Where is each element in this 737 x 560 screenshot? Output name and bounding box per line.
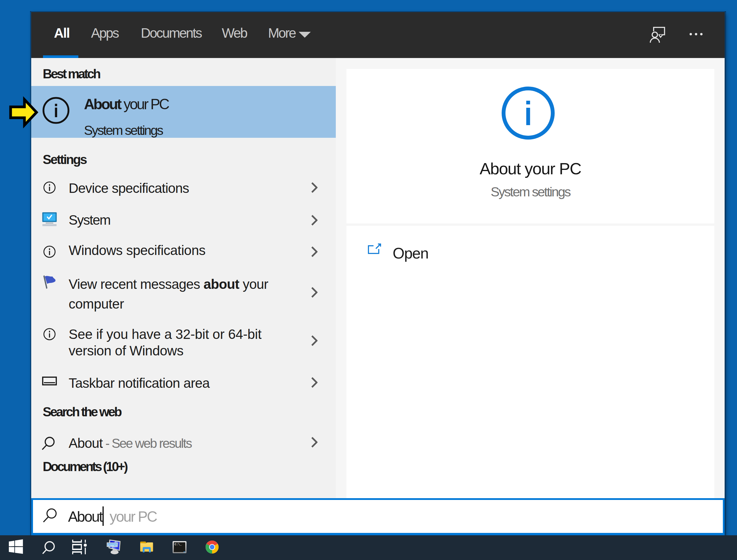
svg-text:C:\_: C:\_ — [175, 543, 182, 546]
